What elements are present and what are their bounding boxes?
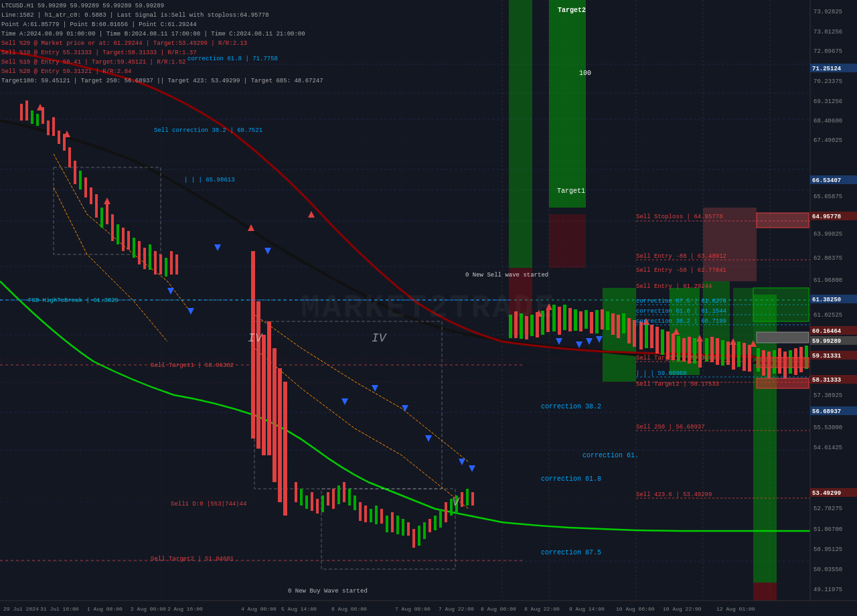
svg-text:49.11975: 49.11975 (813, 587, 842, 593)
svg-rect-64 (175, 254, 178, 275)
svg-rect-108 (520, 313, 523, 339)
svg-rect-105 (471, 492, 474, 506)
svg-text:4 Aug 00:00: 4 Aug 00:00 (241, 606, 277, 612)
svg-text:61.96800: 61.96800 (813, 277, 842, 284)
svg-text:50.03550: 50.03550 (813, 566, 842, 573)
svg-rect-40 (47, 121, 50, 135)
info-line2: Line:1582 | h1_atr_c0: 0.5883 | Last Sig… (1, 11, 323, 20)
sell-info-lines: Sell %10 @ Entry 55.31333 | Target:58.31… (1, 48, 323, 86)
svg-text:Sell 250 | 56.68937: Sell 250 | 56.68937 (636, 424, 705, 431)
svg-rect-36 (25, 100, 28, 121)
svg-text:69.31256: 69.31256 (813, 98, 842, 105)
svg-text:0 New Buy Wave started: 0 New Buy Wave started (288, 588, 368, 595)
svg-rect-117 (568, 308, 572, 331)
svg-rect-59 (149, 244, 151, 270)
info-line4: Time A:2024.08.09 01:00:00 | Time B:2024… (1, 29, 323, 39)
svg-text:correction 87.5: correction 87.5 (541, 549, 601, 556)
svg-rect-118 (574, 309, 577, 331)
svg-rect-93 (407, 522, 410, 536)
svg-text:10 Aug 06:00: 10 Aug 06:00 (616, 606, 655, 612)
svg-rect-120 (585, 310, 588, 329)
svg-rect-95 (418, 526, 420, 546)
svg-rect-92 (402, 519, 404, 536)
svg-rect-132 (650, 325, 653, 348)
svg-text:66.53407: 66.53407 (812, 177, 841, 184)
svg-rect-48 (90, 187, 92, 204)
svg-text:Sell Target2 | 58.17533: Sell Target2 | 58.17533 (636, 381, 719, 388)
svg-rect-79 (332, 489, 335, 509)
svg-text:73.92825: 73.92825 (813, 9, 842, 15)
svg-text:65.65875: 65.65875 (813, 194, 842, 200)
svg-rect-73 (300, 489, 303, 506)
svg-rect-60 (154, 251, 157, 275)
svg-rect-113 (546, 309, 550, 332)
svg-text:68.40600: 68.40600 (813, 118, 842, 125)
svg-text:61.02525: 61.02525 (813, 312, 842, 319)
svg-text:Sell Target1 | 59.31321: Sell Target1 | 59.31321 (636, 355, 719, 362)
svg-text:8 Aug 06:00: 8 Aug 06:00 (481, 606, 516, 612)
svg-rect-72 (295, 482, 297, 502)
svg-rect-104 (466, 489, 469, 506)
svg-rect-150 (748, 345, 751, 372)
svg-text:54.61425: 54.61425 (813, 445, 842, 451)
svg-rect-130 (639, 321, 643, 350)
svg-rect-90 (391, 512, 394, 532)
svg-rect-37 (31, 110, 33, 124)
svg-rect-63 (170, 251, 173, 275)
svg-rect-112 (541, 311, 544, 335)
svg-text:8 Aug 22:00: 8 Aug 22:00 (524, 606, 560, 612)
svg-rect-119 (579, 311, 582, 331)
svg-rect-52 (111, 214, 114, 241)
svg-rect-89 (386, 516, 388, 532)
svg-rect-141 (698, 339, 702, 368)
info-line5: Sell %20 @ Market price or at: 61.29244 … (1, 39, 323, 48)
svg-rect-57 (138, 241, 141, 264)
svg-rect-82 (348, 489, 351, 506)
svg-rect-54 (122, 228, 125, 251)
svg-text:correction 38.2 | 60.7199: correction 38.2 | 60.7199 (636, 318, 726, 325)
svg-rect-77 (321, 495, 324, 512)
svg-rect-116 (563, 305, 566, 330)
chart-container: MARKET2TRADE LTCUSD.H1 59.99289 59.99289… (0, 0, 857, 616)
svg-text:| | | 65.98613: | | | 65.98613 (184, 177, 235, 183)
svg-text:Sell Stoploss | 64.95778: Sell Stoploss | 64.95778 (636, 214, 723, 220)
svg-rect-75 (311, 492, 313, 511)
svg-text:56.68937: 56.68937 (812, 408, 841, 415)
svg-rect-35 (20, 104, 23, 121)
svg-text:Target2: Target2 (558, 7, 586, 14)
svg-text:Sell Target2 | 51.04601: Sell Target2 | 51.04601 (151, 556, 234, 562)
svg-text:64.95778: 64.95778 (812, 214, 841, 220)
svg-rect-53 (116, 224, 119, 244)
svg-text:Sell Entry -50 | 62.77841: Sell Entry -50 | 62.77841 (636, 267, 726, 274)
svg-text:29 Jul 2024: 29 Jul 2024 (3, 606, 39, 612)
svg-rect-99 (439, 509, 442, 528)
svg-text:51.86700: 51.86700 (813, 526, 842, 533)
svg-text:IV: IV (372, 331, 388, 345)
svg-rect-80 (337, 485, 340, 504)
svg-rect-149 (743, 343, 746, 371)
svg-rect-126 (617, 315, 620, 338)
svg-text:55.53000: 55.53000 (813, 425, 842, 431)
svg-text:31 Jul 16:00: 31 Jul 16:00 (40, 606, 79, 612)
svg-rect-56 (133, 238, 135, 258)
svg-text:Sell Entry -88 | 63.48912: Sell Entry -88 | 63.48912 (636, 253, 726, 260)
svg-rect-61 (159, 254, 162, 275)
svg-text:2 Aug 16:00: 2 Aug 16:00 (167, 606, 203, 612)
svg-rect-206 (753, 288, 809, 321)
svg-rect-133 (655, 327, 659, 354)
svg-rect-31 (753, 583, 777, 603)
svg-text:63.99025: 63.99025 (813, 231, 842, 238)
svg-text:0 New Sell wave started: 0 New Sell wave started (465, 272, 548, 279)
svg-rect-131 (645, 323, 648, 348)
svg-rect-65 (251, 251, 255, 439)
svg-text:Sell correction 38.2 | 68.7521: Sell correction 38.2 | 68.7521 (154, 127, 262, 134)
svg-text:Sell Target1 | 58.96382: Sell Target1 | 58.96382 (151, 362, 234, 369)
svg-rect-114 (552, 305, 556, 331)
svg-rect-55 (127, 231, 130, 250)
svg-text:67.49025: 67.49025 (813, 137, 842, 144)
svg-text:Target1: Target1 (557, 187, 585, 195)
svg-text:9 Aug 14:00: 9 Aug 14:00 (569, 606, 605, 612)
svg-text:71.25124: 71.25124 (812, 66, 842, 72)
svg-rect-51 (106, 201, 108, 224)
svg-text:62.88375: 62.88375 (813, 255, 842, 262)
